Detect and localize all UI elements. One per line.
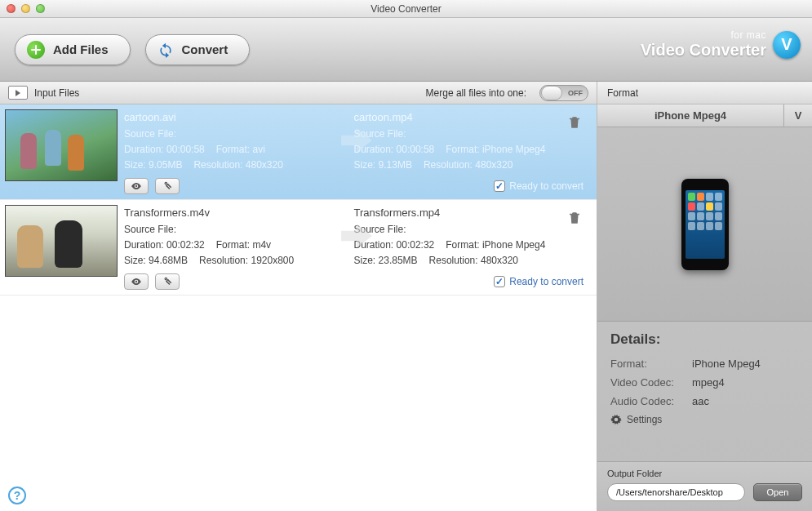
app-brand: for mac Video Converter V (641, 29, 801, 60)
svg-point-0 (135, 185, 137, 187)
output-folder-label: Output Folder (607, 469, 802, 478)
delete-item-button[interactable] (567, 210, 582, 226)
arrow-right-icon (339, 218, 374, 254)
detail-audio-codec: aac (692, 395, 709, 407)
format-selector-bar: iPhone Mpeg4 V (597, 104, 812, 127)
file-item[interactable]: Transformers.m4v Source File: Duration: … (0, 200, 597, 295)
toggle-state-label: OFF (568, 89, 583, 97)
detail-format: iPhone Mpeg4 (692, 358, 761, 370)
brand-logo-icon: V (773, 31, 801, 59)
output-folder-section: Output Folder /Users/tenorshare/Desktop … (597, 461, 812, 511)
plus-icon (27, 41, 45, 59)
convert-button[interactable]: Convert (145, 34, 251, 65)
ready-checkbox[interactable]: ✓ (494, 180, 505, 192)
brand-title: Video Converter (641, 41, 766, 60)
source-filename: Transformers.m4v (124, 205, 354, 220)
details-heading: Details: (610, 331, 799, 348)
detail-video-codec: mpeg4 (692, 376, 725, 389)
convert-label: Convert (182, 42, 229, 56)
brand-subtitle: for mac (641, 29, 766, 41)
open-folder-button[interactable]: Open (753, 483, 802, 501)
edit-trim-button[interactable] (155, 273, 180, 290)
format-dropdown-button[interactable]: V (784, 104, 812, 127)
merge-toggle[interactable]: OFF (539, 85, 588, 101)
input-files-label: Input Files (34, 87, 79, 99)
ready-checkbox[interactable]: ✓ (494, 276, 505, 287)
ready-status: ✓ Ready to convert (494, 276, 583, 287)
preview-button[interactable] (124, 178, 149, 194)
file-thumbnail (5, 109, 118, 181)
input-files-header: Input Files Merge all files into one: OF… (0, 82, 597, 104)
file-item[interactable]: cartoon.avi Source File: Duration: 00:00… (0, 104, 597, 200)
merge-files-label: Merge all files into one: (426, 87, 526, 99)
window-titlebar: Video Converter (0, 0, 812, 18)
output-path-field[interactable]: /Users/tenorshare/Desktop (607, 483, 745, 501)
window-title: Video Converter (0, 3, 812, 15)
target-filename: Transformers.mp4 (354, 205, 584, 220)
toggle-knob (541, 86, 562, 100)
refresh-convert-icon (158, 42, 174, 58)
iphone-icon (681, 179, 729, 270)
edit-trim-button[interactable] (155, 178, 180, 194)
target-filename: cartoon.mp4 (354, 109, 584, 125)
ready-status: ✓ Ready to convert (494, 180, 583, 192)
preview-button[interactable] (124, 273, 149, 290)
arrow-right-icon (339, 122, 374, 158)
device-preview (597, 127, 812, 322)
source-file-label: Source File: (124, 127, 354, 142)
main-toolbar: Add Files Convert for mac Video Converte… (0, 18, 812, 82)
add-files-button[interactable]: Add Files (15, 34, 131, 65)
format-details: Details: Format:iPhone Mpeg4 Video Codec… (597, 322, 812, 435)
source-file-label: Source File: (124, 222, 354, 238)
svg-point-1 (135, 281, 137, 282)
play-file-icon[interactable] (8, 86, 28, 100)
gear-icon (610, 414, 622, 425)
target-file-label: Source File: (354, 222, 584, 238)
target-file-label: Source File: (354, 127, 584, 142)
help-button[interactable]: ? (8, 487, 26, 504)
source-filename: cartoon.avi (124, 109, 354, 125)
file-list: cartoon.avi Source File: Duration: 00:00… (0, 104, 597, 511)
delete-item-button[interactable] (567, 114, 582, 131)
selected-format[interactable]: iPhone Mpeg4 (597, 104, 784, 127)
settings-button[interactable]: Settings (610, 414, 799, 425)
format-panel-header: Format (597, 82, 812, 104)
add-files-label: Add Files (53, 42, 109, 56)
file-thumbnail (5, 205, 118, 277)
